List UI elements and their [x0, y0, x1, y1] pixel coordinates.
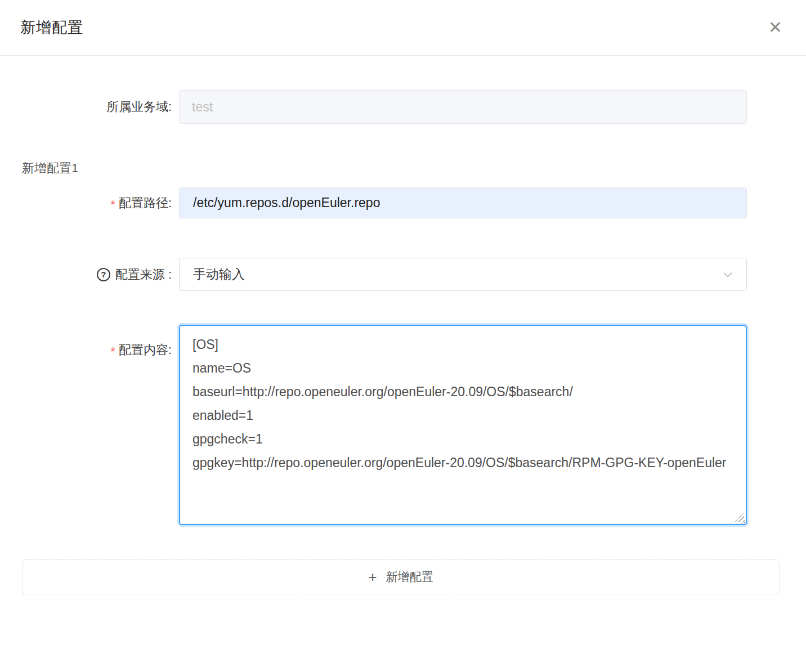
- config-content-label: * 配置内容:: [0, 325, 172, 359]
- field-config-content: * 配置内容: [OS] name=OS baseurl=http://repo…: [0, 325, 806, 527]
- plus-icon: +: [368, 570, 377, 584]
- business-domain-input: [179, 90, 747, 124]
- add-config-button[interactable]: + 新增配置: [22, 559, 780, 594]
- config-content-textarea[interactable]: [OS] name=OS baseurl=http://repo.openeul…: [179, 325, 747, 525]
- add-config-dialog: 新增配置 ✕ 所属业务域: 新增配置1 * 配置路径: ? 配置来源 : 手动输…: [0, 0, 806, 594]
- close-icon[interactable]: ✕: [768, 19, 782, 36]
- dialog-title: 新增配置: [20, 17, 83, 38]
- required-asterisk: *: [110, 199, 115, 211]
- question-icon[interactable]: ?: [97, 268, 110, 281]
- config-path-label: * 配置路径:: [0, 195, 172, 212]
- config-group-title: 新增配置1: [22, 160, 806, 177]
- config-source-label-text: 配置来源 :: [115, 266, 172, 283]
- required-asterisk: *: [110, 346, 115, 358]
- field-business-domain: 所属业务域:: [0, 90, 806, 124]
- chevron-down-icon: [722, 268, 734, 281]
- field-config-path: * 配置路径:: [0, 187, 806, 218]
- add-config-button-label: 新增配置: [386, 569, 433, 585]
- config-source-select[interactable]: 手动输入: [179, 258, 747, 291]
- config-path-input[interactable]: [179, 187, 747, 218]
- config-path-label-text: 配置路径:: [119, 195, 172, 212]
- field-config-source: ? 配置来源 : 手动输入: [0, 258, 806, 291]
- business-domain-label: 所属业务域:: [0, 98, 172, 115]
- config-source-label: ? 配置来源 :: [0, 266, 172, 283]
- config-source-selected-value: 手动输入: [193, 266, 245, 283]
- dialog-header: 新增配置 ✕: [0, 0, 806, 56]
- config-content-label-text: 配置内容:: [119, 342, 172, 359]
